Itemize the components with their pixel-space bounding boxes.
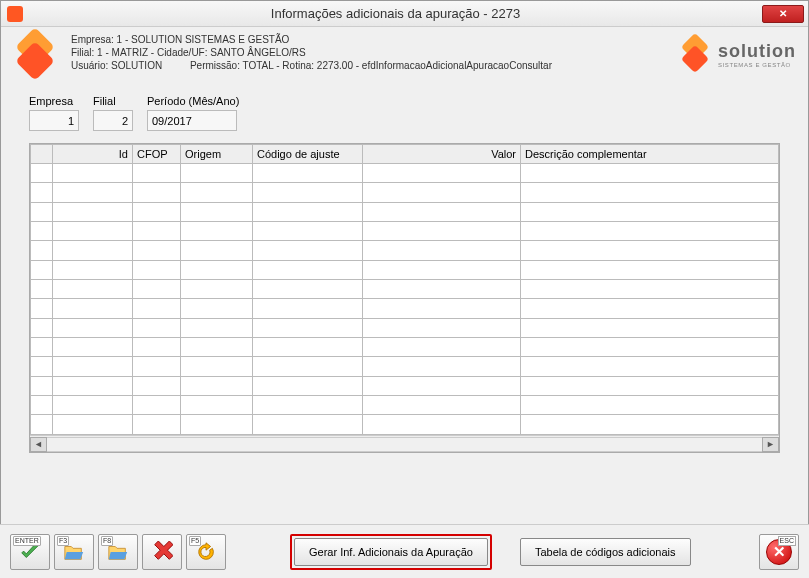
table-row[interactable] — [31, 222, 779, 241]
table-cell[interactable] — [253, 415, 363, 435]
column-valor[interactable]: Valor — [363, 145, 521, 164]
table-cell[interactable] — [253, 299, 363, 318]
table-cell[interactable] — [31, 241, 53, 260]
table-cell[interactable] — [181, 241, 253, 260]
table-cell[interactable] — [253, 396, 363, 415]
table-row[interactable] — [31, 280, 779, 299]
table-row[interactable] — [31, 376, 779, 395]
open-button[interactable]: F3 — [54, 534, 94, 570]
table-cell[interactable] — [521, 164, 779, 183]
horizontal-scrollbar[interactable]: ◄ ► — [30, 435, 779, 452]
table-cell[interactable] — [363, 338, 521, 357]
table-cell[interactable] — [363, 280, 521, 299]
table-cell[interactable] — [253, 280, 363, 299]
table-cell[interactable] — [253, 164, 363, 183]
table-cell[interactable] — [253, 357, 363, 376]
table-cell[interactable] — [53, 357, 133, 376]
table-cell[interactable] — [181, 202, 253, 221]
filial-input[interactable] — [93, 110, 133, 131]
gerar-inf-adicionais-button[interactable]: Gerar Inf. Adicionais da Apuração — [294, 538, 488, 566]
table-cell[interactable] — [133, 396, 181, 415]
table-cell[interactable] — [53, 299, 133, 318]
table-cell[interactable] — [181, 338, 253, 357]
table-cell[interactable] — [133, 222, 181, 241]
table-row[interactable] — [31, 241, 779, 260]
column-codigo-ajuste[interactable]: Código de ajuste — [253, 145, 363, 164]
delete-button[interactable] — [142, 534, 182, 570]
table-row[interactable] — [31, 260, 779, 279]
refresh-button[interactable]: F5 — [186, 534, 226, 570]
table-cell[interactable] — [31, 164, 53, 183]
table-cell[interactable] — [31, 338, 53, 357]
tabela-codigos-button[interactable]: Tabela de códigos adicionais — [520, 538, 691, 566]
table-cell[interactable] — [133, 338, 181, 357]
table-cell[interactable] — [253, 183, 363, 202]
table-row[interactable] — [31, 415, 779, 435]
table-cell[interactable] — [181, 183, 253, 202]
table-cell[interactable] — [253, 241, 363, 260]
table-cell[interactable] — [53, 280, 133, 299]
table-cell[interactable] — [133, 415, 181, 435]
table-cell[interactable] — [521, 183, 779, 202]
table-cell[interactable] — [253, 376, 363, 395]
table-cell[interactable] — [133, 357, 181, 376]
table-cell[interactable] — [363, 357, 521, 376]
column-origem[interactable]: Origem — [181, 145, 253, 164]
exit-button[interactable]: ESC ✕ — [759, 534, 799, 570]
table-row[interactable] — [31, 183, 779, 202]
table-cell[interactable] — [521, 357, 779, 376]
scroll-track[interactable] — [47, 437, 762, 452]
table-cell[interactable] — [253, 338, 363, 357]
table-cell[interactable] — [521, 280, 779, 299]
table-cell[interactable] — [53, 164, 133, 183]
table-cell[interactable] — [133, 241, 181, 260]
table-cell[interactable] — [521, 222, 779, 241]
table-cell[interactable] — [363, 222, 521, 241]
table-cell[interactable] — [133, 318, 181, 337]
table-row[interactable] — [31, 202, 779, 221]
table-cell[interactable] — [363, 376, 521, 395]
table-cell[interactable] — [31, 183, 53, 202]
table-row[interactable] — [31, 396, 779, 415]
table-cell[interactable] — [31, 376, 53, 395]
table-row[interactable] — [31, 299, 779, 318]
table-cell[interactable] — [253, 222, 363, 241]
table-cell[interactable] — [363, 415, 521, 435]
table-cell[interactable] — [31, 415, 53, 435]
table-row[interactable] — [31, 338, 779, 357]
column-selector[interactable] — [31, 145, 53, 164]
table-cell[interactable] — [363, 164, 521, 183]
table-row[interactable] — [31, 357, 779, 376]
table-cell[interactable] — [133, 376, 181, 395]
table-cell[interactable] — [181, 222, 253, 241]
table-cell[interactable] — [363, 299, 521, 318]
save-button[interactable]: F8 — [98, 534, 138, 570]
table-cell[interactable] — [53, 260, 133, 279]
table-cell[interactable] — [181, 164, 253, 183]
table-cell[interactable] — [133, 280, 181, 299]
table-cell[interactable] — [363, 396, 521, 415]
table-cell[interactable] — [53, 376, 133, 395]
table-cell[interactable] — [31, 357, 53, 376]
table-cell[interactable] — [133, 260, 181, 279]
table-cell[interactable] — [133, 299, 181, 318]
table-cell[interactable] — [253, 202, 363, 221]
column-id[interactable]: Id — [53, 145, 133, 164]
table-cell[interactable] — [253, 260, 363, 279]
table-cell[interactable] — [363, 202, 521, 221]
table-cell[interactable] — [363, 260, 521, 279]
table-cell[interactable] — [521, 396, 779, 415]
table-cell[interactable] — [31, 260, 53, 279]
table-cell[interactable] — [181, 357, 253, 376]
table-cell[interactable] — [181, 299, 253, 318]
periodo-input[interactable] — [147, 110, 237, 131]
table-cell[interactable] — [253, 318, 363, 337]
table-cell[interactable] — [53, 241, 133, 260]
table-cell[interactable] — [53, 222, 133, 241]
table-cell[interactable] — [31, 299, 53, 318]
table-cell[interactable] — [181, 280, 253, 299]
table-cell[interactable] — [181, 318, 253, 337]
table-cell[interactable] — [133, 202, 181, 221]
table-cell[interactable] — [31, 318, 53, 337]
table-cell[interactable] — [181, 415, 253, 435]
